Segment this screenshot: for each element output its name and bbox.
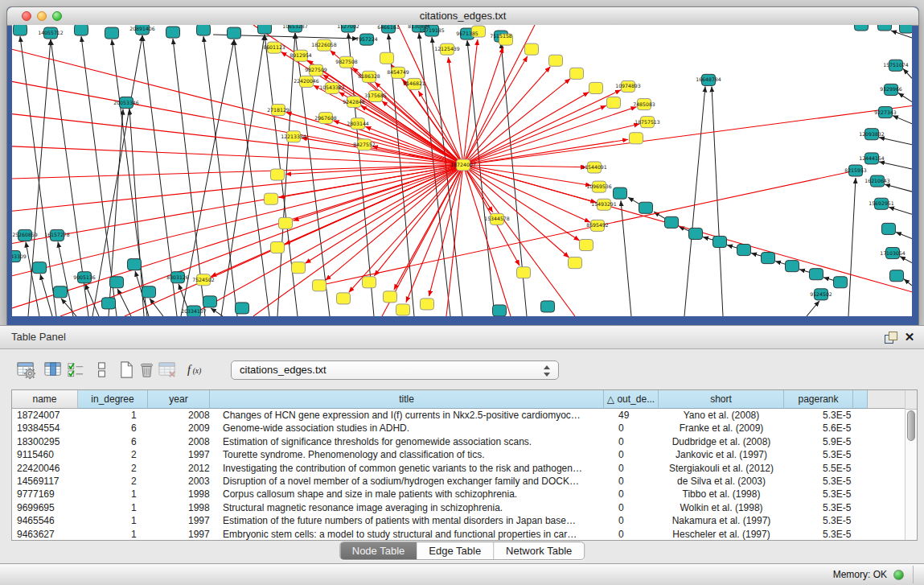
network-node[interactable]	[630, 133, 643, 144]
network-node[interactable]	[614, 187, 627, 199]
citation-edge[interactable]	[40, 274, 52, 316]
network-node[interactable]	[128, 259, 142, 270]
network-node[interactable]	[75, 25, 88, 35]
network-node[interactable]	[493, 305, 507, 316]
table-cell-name[interactable]: 14569117	[12, 475, 78, 488]
table-cell-out_de[interactable]: 0	[604, 514, 659, 527]
table-row[interactable]: 1830029562008Estimation of significance …	[12, 435, 905, 448]
network-node[interactable]	[14, 25, 27, 35]
hub-edge[interactable]	[314, 85, 463, 165]
table-row[interactable]: 911546021997Tourette syndrome. Phenomeno…	[12, 448, 905, 461]
hub-edge[interactable]	[463, 165, 591, 186]
hub-edge[interactable]	[211, 165, 463, 277]
network-node[interactable]	[549, 55, 563, 66]
table-cell-name[interactable]: 9115460	[12, 448, 78, 461]
table-cell-title[interactable]: Tourette syndrome. Phenomenology and cla…	[210, 448, 604, 461]
table-cell-title[interactable]: Estimation of significance thresholds fo…	[210, 435, 604, 448]
column-header-out_de[interactable]: △ out_de...	[604, 390, 659, 409]
table-cell-out_de[interactable]: 0	[604, 462, 659, 475]
function-builder-icon[interactable]: f(x)	[183, 359, 206, 381]
table-cell-in_degree[interactable]: 6	[78, 435, 148, 448]
citation-edge[interactable]	[129, 109, 144, 316]
hub-edge[interactable]	[463, 56, 528, 165]
table-cell-short[interactable]: Nakamura et al. (1997)	[659, 514, 784, 527]
column-header-title[interactable]: title	[210, 390, 604, 409]
table-row[interactable]: 2242004622012Investigating the contribut…	[12, 462, 905, 475]
network-node[interactable]	[337, 293, 351, 304]
table-cell-year[interactable]: 1997	[148, 514, 210, 527]
table-cell-pagerank[interactable]: 5.3E-5	[784, 475, 853, 488]
network-node[interactable]	[363, 277, 376, 288]
table-cell-year[interactable]: 1997	[148, 528, 210, 541]
table-cell-short[interactable]: Jankovic et al. (1997)	[659, 448, 784, 461]
hub-edge[interactable]	[189, 165, 463, 316]
citation-edge[interactable]	[211, 308, 223, 316]
table-cell-year[interactable]: 2009	[148, 422, 210, 435]
table-cell-name[interactable]: 19384554	[12, 422, 78, 435]
table-cell-title[interactable]: Embryonic stem cells: a model to study s…	[210, 528, 604, 541]
network-node[interactable]	[265, 193, 278, 204]
citation-edge[interactable]	[848, 178, 856, 316]
hub-edge[interactable]	[382, 101, 463, 165]
citation-edge[interactable]	[150, 299, 163, 316]
column-visibility-icon[interactable]	[42, 359, 64, 381]
network-node[interactable]	[878, 25, 892, 31]
network-node[interactable]	[271, 241, 285, 253]
hub-edge[interactable]	[306, 165, 464, 263]
table-cell-year[interactable]: 2012	[148, 462, 210, 475]
network-node[interactable]	[810, 269, 823, 280]
network-node[interactable]	[33, 262, 47, 274]
citation-edge[interactable]	[898, 93, 912, 101]
citation-edge[interactable]	[900, 257, 912, 263]
network-window-titlebar[interactable]: citations_edges.txt	[7, 7, 918, 26]
hub-edge[interactable]	[12, 146, 463, 165]
hub-edge[interactable]	[463, 165, 580, 241]
column-header-short[interactable]: short	[659, 390, 784, 409]
table-cell-out_de[interactable]: 0	[604, 488, 659, 501]
hub-edge[interactable]	[446, 165, 463, 316]
table-cell-year[interactable]: 1997	[148, 448, 210, 461]
network-node[interactable]	[580, 239, 593, 250]
table-cell-out_de[interactable]: 0	[604, 528, 659, 541]
table-cell-out_de[interactable]: 0	[604, 475, 659, 488]
table-cell-year[interactable]: 2003	[148, 475, 210, 488]
tab-network-table[interactable]: Network Table	[493, 542, 584, 559]
table-cell-name[interactable]: 18300295	[12, 435, 78, 448]
hub-edge[interactable]	[463, 165, 575, 316]
table-cell-name[interactable]: 9465546	[12, 514, 78, 527]
network-node[interactable]	[142, 286, 156, 298]
table-selector-dropdown[interactable]: citations_edges.txt	[231, 360, 559, 380]
selection-mode-icon[interactable]	[64, 359, 87, 381]
network-node[interactable]	[105, 27, 119, 39]
table-cell-pagerank[interactable]: 5.9E-5	[784, 435, 853, 448]
table-cell-pagerank[interactable]: 5.3E-5	[784, 488, 853, 501]
network-node[interactable]	[900, 25, 913, 33]
column-header-name[interactable]: name	[12, 390, 78, 409]
table-cell-out_de[interactable]: 49	[604, 409, 659, 422]
network-node[interactable]	[689, 228, 703, 239]
column-header-year[interactable]: year	[148, 390, 210, 409]
tab-edge-table[interactable]: Edge Table	[417, 542, 493, 559]
citation-edge[interactable]	[117, 289, 131, 316]
table-cell-pagerank[interactable]: 5.3E-5	[784, 409, 853, 422]
citation-edge[interactable]	[20, 36, 56, 316]
hub-edge[interactable]	[286, 112, 463, 165]
new-table-icon[interactable]	[115, 359, 138, 381]
citation-edge[interactable]	[889, 207, 912, 214]
table-cell-name[interactable]: 9777169	[12, 488, 78, 501]
citation-edge[interactable]	[221, 35, 265, 316]
table-scrollbar[interactable]	[905, 390, 917, 540]
network-node[interactable]	[54, 286, 68, 298]
citation-edge[interactable]	[61, 299, 76, 316]
column-header-pagerank[interactable]: pagerank	[784, 390, 853, 409]
network-node[interactable]	[203, 296, 217, 307]
network-node[interactable]	[525, 43, 539, 55]
table-row[interactable]: 969969511998Structural magnetic resonanc…	[12, 501, 905, 514]
table-cell-in_degree[interactable]: 2	[78, 475, 148, 488]
tab-node-table[interactable]: Node Table	[340, 542, 417, 559]
network-node[interactable]	[102, 298, 116, 309]
network-node[interactable]	[313, 280, 326, 291]
table-cell-in_degree[interactable]: 6	[78, 422, 148, 435]
network-node[interactable]	[570, 68, 584, 79]
hub-edge[interactable]	[463, 165, 511, 316]
